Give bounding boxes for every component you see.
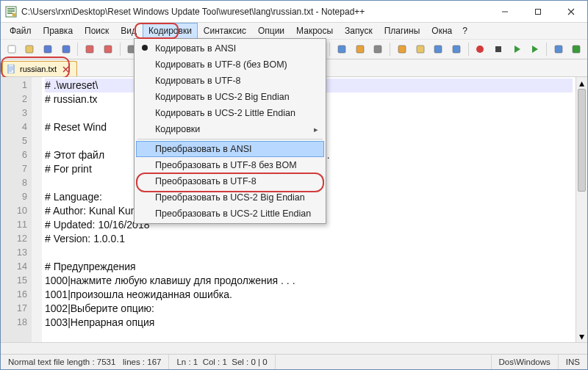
indent-icon (451, 43, 462, 55)
code-line: # Version: 1.0.0.1 (45, 232, 573, 246)
code-line: 1001|произошла неожиданная ошибка. (45, 288, 573, 302)
menu-макросы[interactable]: Макросы (290, 23, 339, 39)
menu-файл[interactable]: Файл (4, 23, 37, 39)
vertical-scrollbar[interactable]: ▴ ▾ (576, 77, 587, 342)
line-number: 6 (1, 148, 27, 162)
close-all-icon (102, 43, 114, 55)
line-number: 15 (1, 274, 27, 288)
svg-rect-18 (356, 46, 364, 53)
encoding-menu-item[interactable]: Кодировать в UTF-8 (без BOM) (136, 57, 324, 73)
svg-rect-17 (338, 46, 345, 53)
svg-rect-2 (535, 9, 540, 14)
line-number: 1 (1, 79, 27, 92)
menu-опции[interactable]: Опции (252, 23, 290, 39)
encoding-menu-item[interactable]: Преобразовать в UCS-2 Little Endian (136, 206, 324, 222)
encoding-menu-item[interactable]: Преобразовать в UCS-2 Big Endian (136, 189, 324, 206)
toolbar-lang-button[interactable] (412, 41, 429, 57)
tab-close-icon[interactable] (60, 64, 71, 74)
status-filetype: Normal text file length : 7531 lines : 1… (1, 355, 169, 369)
encoding-menu-item[interactable]: Преобразовать в UTF-8 без BOM (136, 157, 324, 173)
minimize-button[interactable] (488, 1, 521, 22)
maximize-button[interactable] (521, 1, 554, 22)
svg-rect-6 (62, 46, 70, 53)
code-line: 1000|нажмите любую клавишу для продолжен… (45, 274, 573, 288)
toolbar-square-button[interactable] (551, 41, 567, 57)
encoding-menu-item[interactable]: Кодировать в UCS-2 Little Endian (136, 105, 324, 121)
scroll-up-icon[interactable]: ▴ (576, 77, 587, 89)
status-bar: Normal text file length : 7531 lines : 1… (1, 354, 587, 369)
toolbar-close-button[interactable] (82, 41, 98, 57)
toolbar-separator (329, 43, 330, 56)
line-number-gutter: 123456789101112131415161718 (1, 77, 32, 342)
app-icon (5, 6, 17, 18)
svg-rect-3 (8, 46, 15, 53)
horizontal-scrollbar[interactable] (1, 342, 587, 354)
line-number: 2 (1, 92, 27, 106)
encoding-menu-item[interactable]: Преобразовать в ANSI (136, 141, 324, 157)
close-icon (84, 43, 96, 55)
close-button[interactable] (554, 1, 587, 22)
encoding-menu: Кодировать в ANSIКодировать в UTF-8 (без… (134, 38, 326, 224)
menu-правка[interactable]: Правка (37, 23, 79, 39)
toolbar-whitespace-button[interactable] (370, 41, 387, 57)
svg-rect-7 (86, 46, 93, 53)
toolbar-forward-button[interactable] (526, 41, 542, 57)
forward-icon (528, 43, 540, 55)
line-number: 12 (1, 232, 27, 246)
toolbar-open-button[interactable] (22, 41, 38, 57)
toolbar-sync-button[interactable] (334, 41, 350, 57)
scroll-track[interactable] (576, 89, 587, 330)
menu-кодировки[interactable]: Кодировки (143, 23, 198, 39)
svg-rect-8 (104, 46, 112, 53)
code-line (45, 246, 573, 260)
encoding-menu-item[interactable]: Преобразовать в UTF-8 (136, 173, 324, 189)
bookmark-margin (32, 77, 42, 342)
line-number: 5 (1, 134, 27, 148)
toolbar-indent-guide-button[interactable] (394, 41, 410, 57)
menu-поиск[interactable]: Поиск (79, 23, 115, 39)
status-ins: INS (559, 355, 587, 369)
svg-rect-21 (417, 46, 424, 53)
toolbar-separator (390, 43, 390, 56)
line-number: 4 (1, 120, 27, 134)
line-number: 14 (1, 260, 27, 274)
encoding-menu-item[interactable]: Кодировки (136, 121, 324, 137)
save-all-icon (60, 43, 72, 55)
svg-rect-5 (44, 46, 51, 53)
svg-rect-27 (573, 46, 580, 53)
scroll-thumb[interactable] (578, 89, 586, 192)
line-number: 11 (1, 218, 27, 232)
outdent-icon (432, 43, 444, 55)
toolbar-play-button[interactable] (509, 41, 525, 57)
toolbar-wrap-button[interactable] (352, 41, 368, 57)
menu-синтаксис[interactable]: Синтаксис (198, 23, 252, 39)
toolbar-save-all-button[interactable] (58, 41, 74, 57)
menu-плагины[interactable]: Плагины (379, 23, 426, 39)
indent-guide-icon (396, 43, 408, 55)
toolbar-save-button[interactable] (40, 41, 56, 57)
toolbar-record-button[interactable] (473, 41, 489, 57)
toolbar-close-all-button[interactable] (100, 41, 116, 57)
encoding-menu-item[interactable]: Кодировать в UCS-2 Big Endian (136, 89, 324, 105)
toolbar-indent-button[interactable] (448, 41, 465, 57)
scroll-down-icon[interactable]: ▾ (576, 330, 587, 342)
window-controls (488, 1, 587, 22)
encoding-menu-item[interactable]: Кодировать в UTF-8 (136, 73, 324, 89)
toolbar-new-button[interactable] (4, 41, 20, 57)
svg-rect-20 (398, 46, 406, 53)
encoding-menu-item[interactable]: Кодировать в ANSI (136, 40, 324, 57)
menu-окна[interactable]: Окна (426, 23, 458, 39)
svg-point-24 (476, 46, 484, 53)
toolbar-stop-button[interactable] (490, 41, 506, 57)
toolbar-outdent-button[interactable] (430, 41, 446, 57)
toolbar-spell-button[interactable] (568, 41, 584, 57)
code-line: 1003|Непрарная опция (45, 316, 573, 330)
whitespace-icon (372, 43, 384, 55)
sync-icon (336, 43, 348, 55)
line-number: 7 (1, 162, 27, 176)
menu-вид[interactable]: Вид (115, 23, 143, 39)
line-number: 16 (1, 288, 27, 302)
menu-?[interactable]: ? (458, 23, 472, 39)
file-tab[interactable]: russian.txt (2, 61, 77, 76)
menu-запуск[interactable]: Запуск (339, 23, 379, 39)
